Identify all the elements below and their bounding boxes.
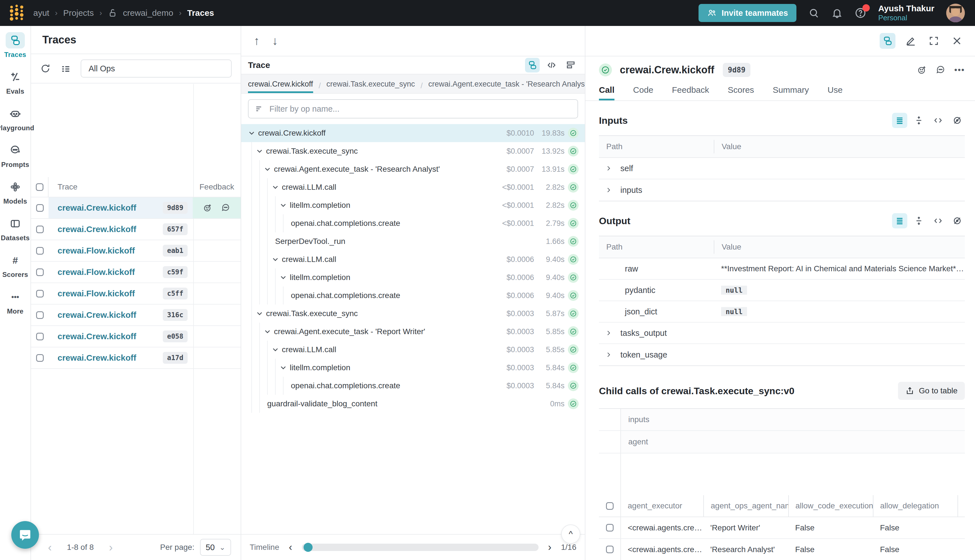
chevron-down-icon[interactable] (264, 165, 274, 173)
call-tree-row[interactable]: litellm.completion <$0.0001 2.82s (241, 196, 585, 214)
call-tree-row[interactable]: crewai.LLM.call <$0.0001 2.82s (241, 178, 585, 196)
ops-filter-select[interactable]: All Ops (81, 60, 232, 78)
table-row[interactable]: crewai.Crew.kickoff 9d89 (31, 197, 240, 219)
breadcrumb-entity[interactable]: ayut (33, 8, 49, 18)
chevron-down-icon[interactable] (256, 147, 266, 155)
timeline-next-icon[interactable]: › (546, 542, 554, 553)
timeline-slider[interactable] (302, 543, 539, 551)
next-page-icon[interactable]: › (102, 542, 120, 553)
support-chat-button[interactable] (11, 521, 39, 549)
row-checkbox[interactable] (606, 546, 614, 553)
next-trace-icon[interactable]: ↓ (272, 35, 278, 47)
columns-settings-icon[interactable] (60, 63, 71, 74)
table-row[interactable]: crewai.Crew.kickoff 316c (31, 305, 240, 326)
breadcrumb-projects[interactable]: Projects (63, 8, 93, 18)
help-icon[interactable] (855, 7, 866, 19)
input-row-self[interactable]: self (599, 158, 965, 179)
row-checkbox[interactable] (36, 354, 44, 362)
tab-use[interactable]: Use (828, 83, 842, 100)
tab-code[interactable]: Code (633, 83, 653, 100)
chevron-down-icon[interactable] (280, 274, 290, 281)
code-json-icon[interactable] (930, 113, 946, 128)
call-tree-row[interactable]: crewai.Agent.execute_task - 'Research An… (241, 160, 585, 178)
call-tab[interactable]: crewai.Agent.execute_task - 'Research An… (428, 76, 585, 93)
prev-trace-icon[interactable]: ↑ (254, 35, 260, 47)
table-row[interactable]: <crewai.agents.cre… 'Report Writer' Fals… (599, 517, 965, 539)
output-row-token-usage[interactable]: token_usage (599, 344, 965, 365)
breadcrumb-project[interactable]: crewai_demo (123, 8, 173, 18)
feedback-column-header[interactable]: Feedback (193, 177, 240, 197)
hide-values-icon[interactable] (950, 213, 965, 228)
trace-link[interactable]: crewai.Crew.kickoff (58, 310, 136, 320)
sidebar-item-datasets[interactable]: Datasets (0, 215, 30, 242)
row-checkbox[interactable] (36, 311, 44, 319)
sidebar-item-models[interactable]: Models (0, 179, 30, 205)
open-in-trace-icon[interactable] (880, 33, 895, 49)
output-row-raw[interactable]: raw **Investment Report: AI in Chemical … (599, 258, 965, 280)
avatar[interactable] (946, 4, 965, 22)
expand-rows-icon[interactable] (911, 213, 927, 228)
close-icon[interactable] (949, 33, 965, 49)
column-header[interactable]: agent_executor (621, 495, 703, 517)
tab-summary[interactable]: Summary (773, 83, 809, 100)
chevron-down-icon[interactable] (272, 256, 282, 263)
go-to-table-button[interactable]: Go to table (898, 382, 965, 400)
search-icon[interactable] (808, 7, 820, 18)
code-json-icon[interactable] (930, 213, 946, 228)
chevron-down-icon[interactable] (248, 130, 258, 137)
call-tab[interactable]: crewai.Task.execute_sync (326, 76, 415, 93)
timeline-prev-icon[interactable]: ‹ (287, 542, 294, 553)
timeline-slider-handle[interactable] (304, 543, 312, 552)
edit-icon[interactable] (903, 33, 918, 49)
tree-view-icon[interactable] (525, 58, 540, 72)
table-row[interactable]: crewai.Flow.kickoff eab1 (31, 240, 240, 262)
refresh-icon[interactable] (40, 63, 51, 74)
tab-call[interactable]: Call (599, 83, 614, 100)
chevron-right-icon[interactable] (599, 351, 612, 358)
call-tree-row[interactable]: litellm.completion $0.0006 9.40s (241, 268, 585, 287)
row-checkbox[interactable] (36, 226, 44, 233)
fullscreen-icon[interactable] (926, 33, 942, 49)
row-checkbox[interactable] (36, 204, 44, 212)
user-menu[interactable]: Ayush Thakur Personal (878, 3, 934, 22)
output-row-tasks-output[interactable]: tasks_output (599, 323, 965, 344)
expand-rows-icon[interactable] (911, 113, 927, 128)
bell-icon[interactable] (831, 7, 843, 18)
table-row[interactable]: crewai.Crew.kickoff a17d (31, 347, 240, 369)
column-header[interactable]: allow_code_execution (788, 495, 873, 517)
code-view-icon[interactable] (544, 58, 559, 72)
trace-column-header[interactable]: Trace (48, 177, 193, 197)
row-checkbox[interactable] (606, 524, 614, 532)
input-row-inputs[interactable]: inputs (599, 179, 965, 201)
column-header[interactable]: allow_delegation (873, 495, 958, 517)
output-row-pydantic[interactable]: pydantic null (599, 280, 965, 301)
chevron-right-icon[interactable] (599, 330, 612, 337)
call-tree-row[interactable]: crewai.Agent.execute_task - 'Report Writ… (241, 323, 585, 341)
sidebar-item-scorers[interactable]: # Scorers (0, 252, 30, 278)
more-menu-icon[interactable]: ••• (954, 65, 965, 75)
chevron-down-icon[interactable] (280, 202, 290, 209)
call-tree-row[interactable]: crewai.Task.execute_sync $0.0007 13.92s (241, 142, 585, 160)
call-tree-row[interactable]: openai.chat.completions.create $0.0006 9… (241, 287, 585, 305)
table-row[interactable]: <crewai.agents.cre… 'Research Analyst' F… (599, 539, 965, 560)
table-view-icon[interactable] (892, 213, 907, 228)
comment-icon[interactable] (221, 203, 230, 213)
call-tree-row[interactable]: litellm.completion $0.0003 5.84s (241, 359, 585, 377)
flame-graph-icon[interactable] (563, 58, 578, 72)
trace-link[interactable]: crewai.Crew.kickoff (58, 353, 136, 363)
select-all-checkbox[interactable] (606, 502, 614, 510)
call-tree-row[interactable]: crewai.LLM.call $0.0003 5.85s (241, 341, 585, 359)
column-header[interactable]: b (958, 495, 965, 517)
chevron-down-icon[interactable] (256, 310, 266, 317)
row-checkbox[interactable] (36, 290, 44, 297)
call-tree-row[interactable]: guardrail-validate_blog_content 0ms (241, 395, 585, 413)
sidebar-item-evals[interactable]: Evals (0, 69, 30, 95)
chevron-right-icon[interactable] (599, 165, 612, 172)
call-tab[interactable]: crewai.Crew.kickoff (248, 76, 313, 93)
call-tree-row[interactable]: openai.chat.completions.create $0.0003 5… (241, 377, 585, 395)
collapse-timeline-button[interactable]: ^ (561, 525, 580, 543)
select-all-checkbox[interactable] (36, 183, 43, 191)
trace-link[interactable]: crewai.Flow.kickoff (58, 289, 135, 298)
call-tree-row[interactable]: crewai.Task.execute_sync $0.0003 5.87s (241, 305, 585, 323)
hide-values-icon[interactable] (950, 113, 965, 128)
